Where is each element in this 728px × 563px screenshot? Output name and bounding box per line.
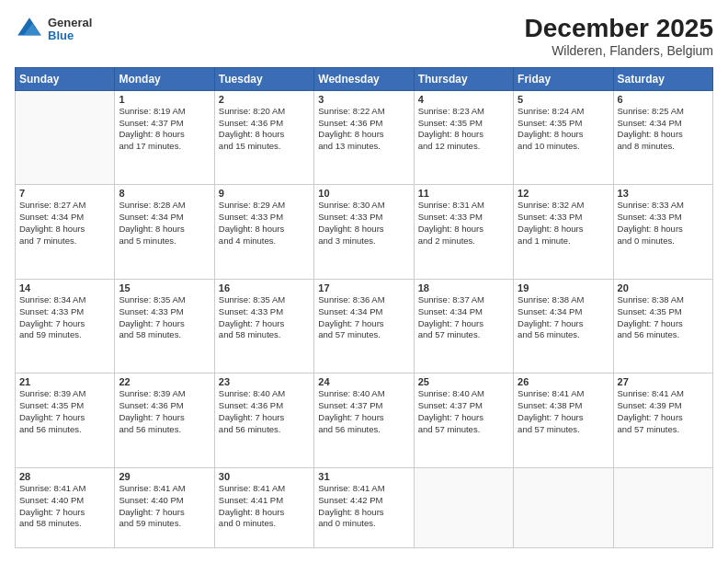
day-number: 9	[219, 188, 310, 199]
day-info: Sunrise: 8:39 AM Sunset: 4:36 PM Dayligh…	[119, 388, 210, 435]
day-cell: 10Sunrise: 8:30 AM Sunset: 4:33 PM Dayli…	[314, 185, 414, 280]
day-cell: 5Sunrise: 8:24 AM Sunset: 4:35 PM Daylig…	[514, 90, 613, 185]
weekday-header-tuesday: Tuesday	[214, 67, 313, 90]
day-number: 10	[318, 188, 409, 199]
day-info: Sunrise: 8:29 AM Sunset: 4:33 PM Dayligh…	[219, 200, 310, 247]
day-info: Sunrise: 8:38 AM Sunset: 4:34 PM Dayligh…	[518, 294, 609, 341]
day-cell: 26Sunrise: 8:41 AM Sunset: 4:38 PM Dayli…	[514, 373, 613, 468]
day-number: 22	[119, 376, 210, 387]
day-cell: 19Sunrise: 8:38 AM Sunset: 4:34 PM Dayli…	[514, 279, 613, 373]
day-cell: 7Sunrise: 8:27 AM Sunset: 4:34 PM Daylig…	[16, 185, 115, 280]
day-number: 30	[219, 471, 310, 482]
weekday-header-monday: Monday	[115, 67, 214, 90]
weekday-header-saturday: Saturday	[613, 67, 712, 90]
day-info: Sunrise: 8:41 AM Sunset: 4:40 PM Dayligh…	[119, 483, 210, 530]
day-info: Sunrise: 8:41 AM Sunset: 4:42 PM Dayligh…	[318, 483, 409, 530]
logo-blue: Blue	[48, 29, 92, 42]
day-cell: 15Sunrise: 8:35 AM Sunset: 4:33 PM Dayli…	[115, 279, 214, 373]
header: General Blue December 2025 Wilderen, Fla…	[15, 15, 713, 58]
weekday-header-wednesday: Wednesday	[314, 67, 414, 90]
day-info: Sunrise: 8:41 AM Sunset: 4:41 PM Dayligh…	[219, 483, 310, 530]
day-cell: 9Sunrise: 8:29 AM Sunset: 4:33 PM Daylig…	[214, 185, 313, 280]
day-info: Sunrise: 8:35 AM Sunset: 4:33 PM Dayligh…	[119, 294, 210, 341]
day-info: Sunrise: 8:27 AM Sunset: 4:34 PM Dayligh…	[19, 200, 110, 247]
week-row-1: 1Sunrise: 8:19 AM Sunset: 4:37 PM Daylig…	[16, 90, 713, 185]
day-number: 29	[119, 471, 210, 482]
week-row-5: 28Sunrise: 8:41 AM Sunset: 4:40 PM Dayli…	[16, 467, 713, 547]
logo: General Blue	[15, 15, 92, 44]
day-info: Sunrise: 8:37 AM Sunset: 4:34 PM Dayligh…	[418, 294, 509, 341]
day-cell: 6Sunrise: 8:25 AM Sunset: 4:34 PM Daylig…	[613, 90, 712, 185]
week-row-2: 7Sunrise: 8:27 AM Sunset: 4:34 PM Daylig…	[16, 185, 713, 280]
location: Wilderen, Flanders, Belgium	[525, 43, 713, 58]
day-number: 11	[418, 188, 509, 199]
day-info: Sunrise: 8:34 AM Sunset: 4:33 PM Dayligh…	[19, 294, 110, 341]
day-number: 4	[418, 94, 509, 105]
day-info: Sunrise: 8:30 AM Sunset: 4:33 PM Dayligh…	[318, 200, 409, 247]
day-cell: 8Sunrise: 8:28 AM Sunset: 4:34 PM Daylig…	[115, 185, 214, 280]
day-cell: 21Sunrise: 8:39 AM Sunset: 4:35 PM Dayli…	[16, 373, 115, 468]
month-title: December 2025	[525, 15, 713, 43]
day-cell: 3Sunrise: 8:22 AM Sunset: 4:36 PM Daylig…	[314, 90, 414, 185]
day-info: Sunrise: 8:41 AM Sunset: 4:38 PM Dayligh…	[518, 388, 609, 435]
day-cell: 29Sunrise: 8:41 AM Sunset: 4:40 PM Dayli…	[115, 467, 214, 547]
day-number: 2	[219, 94, 310, 105]
day-info: Sunrise: 8:32 AM Sunset: 4:33 PM Dayligh…	[518, 200, 609, 247]
day-info: Sunrise: 8:31 AM Sunset: 4:33 PM Dayligh…	[418, 200, 509, 247]
day-info: Sunrise: 8:38 AM Sunset: 4:35 PM Dayligh…	[618, 294, 709, 341]
day-number: 5	[518, 94, 609, 105]
day-cell: 16Sunrise: 8:35 AM Sunset: 4:33 PM Dayli…	[214, 279, 313, 373]
day-cell: 14Sunrise: 8:34 AM Sunset: 4:33 PM Dayli…	[16, 279, 115, 373]
weekday-header-row: SundayMondayTuesdayWednesdayThursdayFrid…	[16, 67, 713, 90]
day-cell: 31Sunrise: 8:41 AM Sunset: 4:42 PM Dayli…	[314, 467, 414, 547]
day-cell: 12Sunrise: 8:32 AM Sunset: 4:33 PM Dayli…	[514, 185, 613, 280]
weekday-header-friday: Friday	[514, 67, 613, 90]
day-cell: 30Sunrise: 8:41 AM Sunset: 4:41 PM Dayli…	[214, 467, 313, 547]
week-row-3: 14Sunrise: 8:34 AM Sunset: 4:33 PM Dayli…	[16, 279, 713, 373]
logo-icon	[15, 15, 44, 44]
day-number: 31	[318, 471, 409, 482]
day-cell: 27Sunrise: 8:41 AM Sunset: 4:39 PM Dayli…	[613, 373, 712, 468]
day-number: 7	[19, 188, 110, 199]
day-info: Sunrise: 8:40 AM Sunset: 4:37 PM Dayligh…	[418, 388, 509, 435]
day-number: 28	[19, 471, 110, 482]
day-info: Sunrise: 8:22 AM Sunset: 4:36 PM Dayligh…	[318, 106, 409, 153]
day-info: Sunrise: 8:40 AM Sunset: 4:37 PM Dayligh…	[318, 388, 409, 435]
day-info: Sunrise: 8:40 AM Sunset: 4:36 PM Dayligh…	[219, 388, 310, 435]
day-cell	[514, 467, 613, 547]
day-cell: 25Sunrise: 8:40 AM Sunset: 4:37 PM Dayli…	[414, 373, 513, 468]
day-number: 14	[19, 282, 110, 293]
day-number: 17	[318, 282, 409, 293]
day-cell: 1Sunrise: 8:19 AM Sunset: 4:37 PM Daylig…	[115, 90, 214, 185]
day-info: Sunrise: 8:24 AM Sunset: 4:35 PM Dayligh…	[518, 106, 609, 153]
logo-text: General Blue	[48, 17, 92, 43]
day-info: Sunrise: 8:41 AM Sunset: 4:40 PM Dayligh…	[19, 483, 110, 530]
day-number: 15	[119, 282, 210, 293]
day-info: Sunrise: 8:36 AM Sunset: 4:34 PM Dayligh…	[318, 294, 409, 341]
day-number: 20	[618, 282, 709, 293]
day-number: 25	[418, 376, 509, 387]
day-number: 24	[318, 376, 409, 387]
day-number: 21	[19, 376, 110, 387]
day-cell: 22Sunrise: 8:39 AM Sunset: 4:36 PM Dayli…	[115, 373, 214, 468]
day-info: Sunrise: 8:25 AM Sunset: 4:34 PM Dayligh…	[618, 106, 709, 153]
day-number: 16	[219, 282, 310, 293]
weekday-header-thursday: Thursday	[414, 67, 513, 90]
page: General Blue December 2025 Wilderen, Fla…	[0, 0, 728, 563]
day-number: 6	[618, 94, 709, 105]
day-cell: 4Sunrise: 8:23 AM Sunset: 4:35 PM Daylig…	[414, 90, 513, 185]
day-number: 19	[518, 282, 609, 293]
day-number: 23	[219, 376, 310, 387]
day-cell: 28Sunrise: 8:41 AM Sunset: 4:40 PM Dayli…	[16, 467, 115, 547]
day-info: Sunrise: 8:41 AM Sunset: 4:39 PM Dayligh…	[618, 388, 709, 435]
day-info: Sunrise: 8:23 AM Sunset: 4:35 PM Dayligh…	[418, 106, 509, 153]
day-number: 3	[318, 94, 409, 105]
day-number: 26	[518, 376, 609, 387]
day-info: Sunrise: 8:28 AM Sunset: 4:34 PM Dayligh…	[119, 200, 210, 247]
day-cell: 17Sunrise: 8:36 AM Sunset: 4:34 PM Dayli…	[314, 279, 414, 373]
day-cell: 2Sunrise: 8:20 AM Sunset: 4:36 PM Daylig…	[214, 90, 313, 185]
day-number: 18	[418, 282, 509, 293]
day-number: 8	[119, 188, 210, 199]
day-number: 13	[618, 188, 709, 199]
day-number: 27	[618, 376, 709, 387]
